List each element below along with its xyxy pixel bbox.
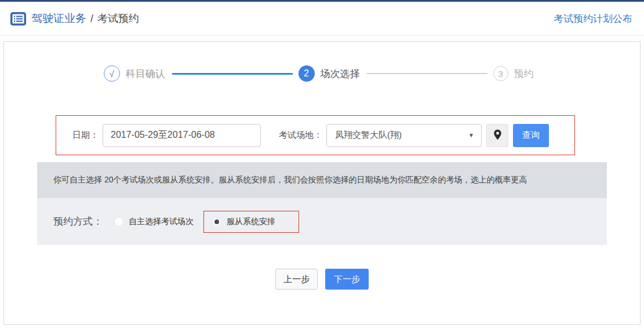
step-2-indicator: 2 xyxy=(299,65,315,82)
stepper-connector-pending xyxy=(367,73,487,74)
exam-plan-link[interactable]: 考试预约计划公布 xyxy=(554,12,632,25)
breadcrumb: 驾驶证业务 / 考试预约 xyxy=(10,11,139,26)
wizard-actions: 上一步 下一步 xyxy=(4,269,640,290)
breadcrumb-separator: / xyxy=(90,13,93,25)
chevron-down-icon: ▼ xyxy=(468,132,474,138)
booking-method-section: 预约方式： 自主选择考试场次 服从系统安排 xyxy=(37,198,607,245)
step-1-label: 科目确认 xyxy=(126,67,165,80)
venue-label: 考试场地： xyxy=(279,130,322,141)
previous-step-button[interactable]: 上一步 xyxy=(275,269,318,290)
breadcrumb-current: 考试预约 xyxy=(97,12,139,25)
date-label: 日期： xyxy=(72,130,99,141)
notice-bar: 你可自主选择 20个考试场次或服从系统安排。服从系统安排后，我们会按照你选择的日… xyxy=(37,162,607,198)
selected-option-highlight-box: 服从系统安排 xyxy=(203,211,299,233)
venue-select[interactable]: 凤翔交警大队(翔) ▼ xyxy=(326,124,482,147)
booking-method-label: 预约方式： xyxy=(53,215,103,228)
radio-option-self-select[interactable]: 自主选择考试场次 xyxy=(114,217,194,227)
next-step-button[interactable]: 下一步 xyxy=(325,269,369,290)
step-3-indicator: 3 xyxy=(493,66,508,81)
radio-dot xyxy=(214,219,219,224)
radio-checked-icon[interactable] xyxy=(212,217,221,226)
step-3-label: 预约 xyxy=(514,67,534,80)
filter-row-highlighted: 日期： 考试场地： 凤翔交警大队(翔) ▼ 查询 xyxy=(56,115,575,155)
query-button[interactable]: 查询 xyxy=(513,124,549,147)
radio-unchecked-icon[interactable] xyxy=(114,217,123,226)
location-button[interactable] xyxy=(486,124,508,147)
step-1-indicator-check-icon: √ xyxy=(104,65,120,82)
page-header: 驾驶证业务 / 考试预约 考试预约计划公布 xyxy=(0,2,644,36)
venue-selected-value: 凤翔交警大队(翔) xyxy=(335,130,402,141)
map-pin-icon xyxy=(493,129,502,142)
breadcrumb-section[interactable]: 驾驶证业务 xyxy=(31,11,86,26)
radio-option-system-arranged-label[interactable]: 服从系统安排 xyxy=(227,217,275,227)
notice-text: 你可自主选择 20个考试场次或服从系统安排。服从系统安排后，我们会按照你选择的日… xyxy=(53,175,527,185)
wizard-stepper: √ 科目确认 2 场次选择 3 预约 xyxy=(4,65,640,82)
stepper-connector-active xyxy=(172,73,293,75)
step-2-label: 场次选择 xyxy=(321,67,360,80)
radio-option-self-select-label[interactable]: 自主选择考试场次 xyxy=(129,217,194,227)
radio-option-system-arranged[interactable]: 服从系统安排 xyxy=(212,217,275,227)
main-panel: √ 科目确认 2 场次选择 3 预约 日期： 考试场地： 凤翔交警大队(翔) ▼… xyxy=(3,41,641,325)
list-icon xyxy=(10,12,26,25)
date-range-input[interactable] xyxy=(103,124,261,147)
